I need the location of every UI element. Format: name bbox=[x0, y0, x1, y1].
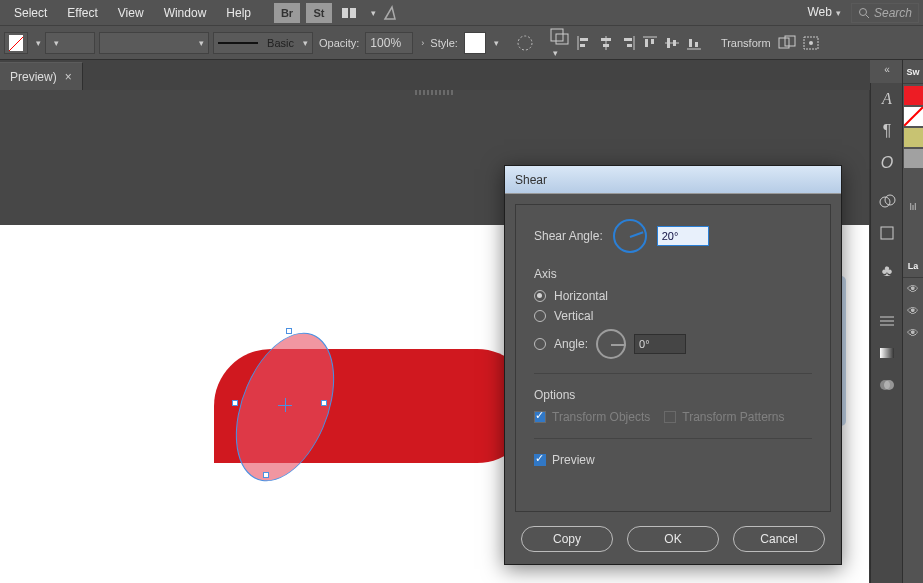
align-left-icon[interactable] bbox=[575, 34, 593, 52]
align-center-h-icon[interactable] bbox=[597, 34, 615, 52]
right-panel-strip: Sw lıl La 👁 👁 👁 bbox=[902, 60, 923, 583]
svg-point-2 bbox=[859, 8, 866, 15]
layer-visibility-icon[interactable]: 👁 bbox=[903, 300, 923, 322]
svg-rect-14 bbox=[601, 38, 611, 41]
transparency-panel-icon[interactable] bbox=[871, 369, 903, 401]
opacity-field[interactable]: 100% bbox=[365, 32, 413, 54]
character-panel-icon[interactable]: A bbox=[871, 83, 903, 115]
radio-label: Horizontal bbox=[554, 289, 608, 303]
align-top-icon[interactable] bbox=[641, 34, 659, 52]
opentype-panel-icon[interactable]: O bbox=[871, 147, 903, 179]
chevron-down-icon[interactable]: ▾ bbox=[371, 8, 376, 18]
svg-rect-12 bbox=[580, 44, 585, 47]
libraries-icon[interactable]: lıl bbox=[903, 200, 923, 214]
selection-handle[interactable] bbox=[232, 400, 238, 406]
stroke-weight-field[interactable]: ▾ bbox=[45, 32, 95, 54]
control-bar: ▾ ▾ ▾ Basic ▾ Opacity: 100% › Style: ▾ ▾… bbox=[0, 26, 923, 60]
preview-checkbox[interactable]: Preview bbox=[534, 453, 595, 467]
align-center-v-icon[interactable] bbox=[663, 34, 681, 52]
swatch-red[interactable] bbox=[904, 86, 923, 105]
layers-panel-tab[interactable]: La bbox=[903, 254, 923, 278]
symbols-panel-icon[interactable]: ♣ bbox=[871, 255, 903, 287]
selection-handle[interactable] bbox=[263, 472, 269, 478]
stock-icon[interactable]: St bbox=[306, 3, 332, 23]
stroke-panel-icon[interactable] bbox=[871, 305, 903, 337]
menu-window[interactable]: Window bbox=[154, 0, 217, 26]
svg-point-40 bbox=[884, 380, 894, 390]
arrange-documents-icon[interactable] bbox=[338, 3, 364, 23]
transform-label[interactable]: Transform bbox=[721, 37, 771, 49]
workspace-label: Web bbox=[808, 5, 832, 19]
axis-angle-input[interactable] bbox=[634, 334, 686, 354]
axis-angle-dial[interactable] bbox=[596, 329, 626, 359]
gpu-preview-icon[interactable] bbox=[379, 3, 405, 23]
swatch-none[interactable] bbox=[904, 107, 923, 126]
copy-button[interactable]: Copy bbox=[521, 526, 613, 552]
chevron-down-icon[interactable]: ▾ bbox=[494, 38, 499, 48]
workspace-switcher[interactable]: Web▾ bbox=[798, 0, 851, 26]
align-bottom-icon[interactable] bbox=[685, 34, 703, 52]
transform-panel-icon[interactable] bbox=[871, 217, 903, 249]
swatch-olive[interactable] bbox=[904, 128, 923, 147]
align-right-icon[interactable] bbox=[619, 34, 637, 52]
document-tab[interactable]: Preview) × bbox=[0, 62, 83, 90]
svg-rect-20 bbox=[645, 39, 648, 47]
menu-select[interactable]: Select bbox=[4, 0, 57, 26]
brush-definition-dropdown[interactable]: Basic ▾ bbox=[213, 32, 313, 54]
search-field[interactable]: Search bbox=[851, 3, 919, 23]
fill-swatch[interactable] bbox=[4, 32, 28, 54]
radio-label: Angle: bbox=[554, 337, 588, 351]
shape-mode-icon[interactable] bbox=[777, 34, 797, 52]
shear-angle-label: Shear Angle: bbox=[534, 229, 603, 243]
checkbox-label: Preview bbox=[552, 453, 595, 467]
svg-line-41 bbox=[904, 107, 923, 126]
opacity-value: 100% bbox=[370, 36, 401, 50]
align-dropdown-icon[interactable]: ▾ bbox=[549, 27, 571, 59]
style-label: Style: bbox=[430, 37, 458, 49]
chevron-down-icon[interactable]: ▾ bbox=[36, 38, 41, 48]
graphic-style-swatch[interactable] bbox=[464, 32, 486, 54]
search-icon bbox=[858, 7, 870, 19]
layer-visibility-icon[interactable]: 👁 bbox=[903, 278, 923, 300]
axis-angle-radio[interactable]: Angle: bbox=[534, 329, 812, 359]
svg-rect-21 bbox=[651, 39, 654, 44]
opacity-label: Opacity: bbox=[319, 37, 359, 49]
cancel-button[interactable]: Cancel bbox=[733, 526, 825, 552]
opacity-chevron-icon[interactable]: › bbox=[421, 38, 424, 48]
radio-label: Vertical bbox=[554, 309, 593, 323]
pathfinder-panel-icon[interactable] bbox=[871, 185, 903, 217]
svg-rect-8 bbox=[551, 29, 563, 41]
svg-rect-18 bbox=[627, 44, 632, 47]
document-tab-label: Preview) bbox=[10, 70, 57, 84]
checkbox-label: Transform Patterns bbox=[682, 410, 784, 424]
menu-help[interactable]: Help bbox=[216, 0, 261, 26]
layer-visibility-icon[interactable]: 👁 bbox=[903, 322, 923, 344]
dialog-titlebar[interactable]: Shear bbox=[505, 166, 841, 194]
gradient-panel-icon[interactable] bbox=[871, 337, 903, 369]
bridge-icon[interactable]: Br bbox=[274, 3, 300, 23]
swatches-panel-tab[interactable]: Sw bbox=[903, 60, 923, 84]
isolate-icon[interactable] bbox=[801, 34, 821, 52]
selection-handle[interactable] bbox=[286, 328, 292, 334]
shear-angle-input[interactable] bbox=[657, 226, 709, 246]
shear-angle-dial[interactable] bbox=[613, 219, 647, 253]
chevron-down-icon: ▾ bbox=[836, 8, 841, 18]
svg-rect-11 bbox=[580, 38, 588, 41]
axis-vertical-radio[interactable]: Vertical bbox=[534, 309, 812, 323]
svg-point-7 bbox=[518, 36, 532, 50]
stroke-profile-dropdown[interactable]: ▾ bbox=[99, 32, 209, 54]
svg-rect-17 bbox=[624, 38, 632, 41]
ruler-grip-icon bbox=[415, 90, 455, 95]
swatch-gray[interactable] bbox=[904, 149, 923, 168]
ok-button[interactable]: OK bbox=[627, 526, 719, 552]
transform-objects-checkbox: Transform Objects bbox=[534, 410, 650, 424]
axis-horizontal-radio[interactable]: Horizontal bbox=[534, 289, 812, 303]
dock-grip-icon[interactable]: « bbox=[873, 65, 901, 73]
paragraph-panel-icon[interactable]: ¶ bbox=[871, 115, 903, 147]
menu-effect[interactable]: Effect bbox=[57, 0, 107, 26]
recolor-icon[interactable] bbox=[515, 33, 535, 53]
menu-view[interactable]: View bbox=[108, 0, 154, 26]
selection-handle[interactable] bbox=[321, 400, 327, 406]
selection-center-icon[interactable] bbox=[278, 398, 292, 412]
close-tab-icon[interactable]: × bbox=[65, 70, 72, 84]
